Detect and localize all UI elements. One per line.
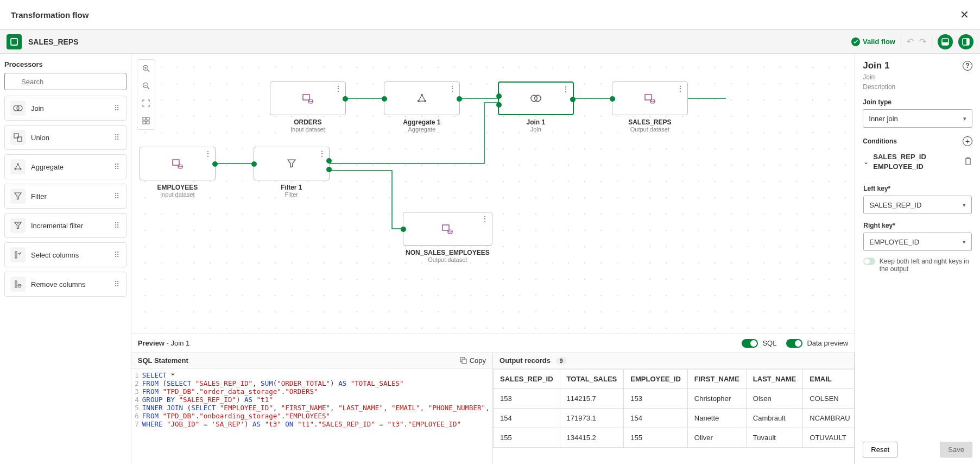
output-port[interactable] [457,96,462,102]
trash-icon[interactable] [964,157,972,167]
svg-rect-48 [462,359,466,363]
drag-handle-icon[interactable]: ⠿ [114,192,121,200]
reset-button[interactable]: Reset [863,442,897,457]
svg-rect-29 [143,121,146,124]
valid-flow-status: Valid flow [851,37,895,46]
output-port[interactable] [326,158,332,164]
redo-icon[interactable]: ↷ [919,36,926,47]
node-orders[interactable]: ⋮ ORDERSInput dataset [270,81,346,133]
node-salesreps[interactable]: ⋮ SALES_REPSOutput dataset [612,81,688,133]
dataset-icon [172,158,184,169]
node-filter[interactable]: ⋮ Filter 1Filter [254,147,330,198]
zoom-in-icon[interactable] [137,60,155,77]
table-cell: 153 [494,389,560,409]
drag-handle-icon[interactable]: ⠿ [114,250,121,259]
sql-code-block[interactable]: 1SELECT * 2FROM (SELECT "SALES_REP_ID", … [131,369,492,430]
processor-incremental-filter[interactable]: +Incremental filter ⠿ [4,213,127,238]
node-menu-icon[interactable]: ⋮ [676,84,684,93]
node-menu-icon[interactable]: ⋮ [448,84,456,93]
processors-heading: Processors [4,60,127,68]
panel-toggle-right-button[interactable] [958,34,973,49]
output-port[interactable] [570,97,576,102]
drag-handle-icon[interactable]: ⠿ [114,162,121,171]
table-row[interactable]: 154171973.1154NanetteCambraultNCAMBRAU [494,409,855,428]
chevron-down-icon[interactable]: ⌄ [863,158,869,166]
table-cell: OTUVAULT [803,428,854,448]
svg-rect-45 [442,225,449,230]
copy-button[interactable]: Copy [460,356,486,365]
output-port[interactable] [343,96,348,102]
node-menu-icon[interactable]: ⋮ [204,149,212,158]
data-preview-toggle[interactable] [786,339,802,348]
fit-screen-icon[interactable] [137,95,155,112]
node-menu-icon[interactable]: ⋮ [318,149,326,158]
input-port[interactable] [401,227,406,232]
processor-filter[interactable]: Filter ⠿ [4,184,127,209]
dataset-icon [644,93,656,104]
svg-rect-3 [942,42,949,45]
svg-rect-41 [645,95,652,100]
svg-rect-0 [11,39,17,45]
save-button[interactable]: Save [940,442,972,457]
join-icon [530,94,542,103]
input-port[interactable] [496,93,502,99]
sql-toggle[interactable] [742,339,758,348]
node-menu-icon[interactable]: ⋮ [562,85,570,93]
flow-canvas[interactable]: ⋮ ORDERSInput dataset ⋮ Aggregate 1Aggre… [131,54,855,334]
node-aggregate[interactable]: ⋮ Aggregate 1Aggregate [384,81,460,133]
input-port-2[interactable] [496,102,502,108]
keep-keys-label: Keep both left and right keys in the out… [880,258,972,273]
node-menu-icon[interactable]: ⋮ [334,84,342,93]
svg-line-21 [147,70,149,72]
right-key-select[interactable]: EMPLOYEE_ID▾ [863,233,972,251]
svg-rect-27 [143,117,146,120]
output-table: SALES_REP_IDTOTAL_SALESEMPLOYEE_IDFIRST_… [493,369,854,448]
left-key-select[interactable]: SALES_REP_ID▾ [863,196,972,214]
left-key-label: Left key* [863,185,972,192]
help-icon[interactable]: ? [963,61,972,71]
input-port[interactable] [382,96,387,102]
node-name: NON_SALES_EMPLOYEES [403,249,492,256]
table-cell: 114215.7 [560,389,624,409]
drag-handle-icon[interactable]: ⠿ [114,133,121,142]
input-port[interactable] [251,161,257,167]
node-employees[interactable]: ⋮ EMPLOYEESInput dataset [140,147,216,198]
input-port[interactable] [610,96,615,102]
node-join[interactable]: ⋮ Join 1Join [498,81,574,133]
drag-handle-icon[interactable]: ⠿ [114,221,121,230]
panel-title: Join 1 [863,60,889,71]
drag-handle-icon[interactable]: ⠿ [114,280,121,289]
processor-join[interactable]: Join ⠿ [4,96,127,121]
output-port-2[interactable] [326,167,332,172]
sql-statement-heading: SQL Statement [138,356,188,365]
table-row[interactable]: 153114215.7153ChristopherOlsenCOLSEN [494,389,855,409]
table-cell: 155 [624,428,687,448]
incremental-filter-icon: + [10,218,26,233]
undo-icon[interactable]: ↶ [907,36,914,47]
drag-handle-icon[interactable]: ⠿ [114,104,121,112]
table-cell: 171973.1 [560,409,624,428]
search-input[interactable] [4,73,127,90]
processor-remove-columns[interactable]: Remove columns ⠿ [4,272,127,297]
close-icon[interactable]: ✕ [960,8,969,21]
processor-select-columns[interactable]: Select columns ⠿ [4,242,127,267]
grid-icon[interactable] [137,112,155,129]
panel-toggle-bottom-button[interactable] [938,34,953,49]
table-header: TOTAL_SALES [560,369,624,389]
check-circle-icon [851,37,860,46]
zoom-out-icon[interactable] [137,77,155,95]
table-row[interactable]: 155134415.2155OliverTuvaultOTUVAULT [494,428,855,448]
node-name: EMPLOYEES [140,184,216,191]
node-menu-icon[interactable]: ⋮ [481,215,489,223]
join-icon [10,101,26,116]
keep-keys-toggle[interactable] [863,258,875,265]
aggregate-icon [416,93,427,104]
processor-aggregate[interactable]: Aggregate ⠿ [4,154,127,179]
svg-rect-5 [966,39,969,45]
processor-union[interactable]: Union ⠿ [4,125,127,150]
add-condition-button[interactable]: + [963,136,972,146]
node-nonsales[interactable]: ⋮ NON_SALES_EMPLOYEESOutput dataset [403,212,492,263]
processor-label: Union [31,134,49,142]
output-port[interactable] [212,161,218,167]
join-type-select[interactable]: Inner join▾ [863,109,972,128]
